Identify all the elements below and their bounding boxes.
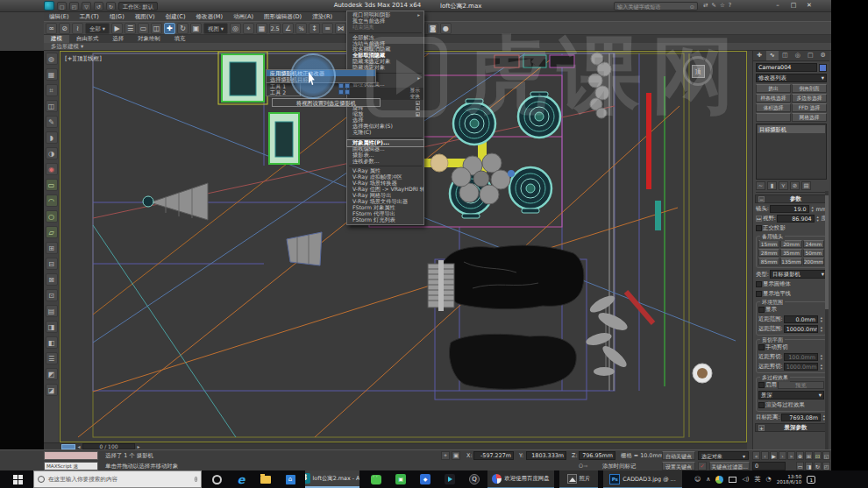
context-menu-item[interactable]: V-Ray 属性: [347, 168, 423, 174]
current-frame-input[interactable]: 0: [752, 462, 786, 470]
isolate-icon[interactable]: ⌖: [441, 451, 450, 460]
baidu-pan-button[interactable]: 欢迎使用百度网盘: [487, 470, 554, 488]
y-coordinate-input[interactable]: 1803.333m: [526, 451, 566, 460]
left-toolbar-icon[interactable]: ◠: [46, 194, 58, 207]
menu-item[interactable]: 创建(C): [160, 12, 191, 21]
effect-dropdown[interactable]: 景深▾: [758, 391, 824, 400]
left-toolbar-icon[interactable]: ◍: [46, 53, 58, 65]
modifier-button[interactable]: 多边形选择: [792, 94, 827, 103]
unlink-selection-icon[interactable]: ⊘: [59, 23, 70, 34]
time-next-icon[interactable]: ▸: [135, 443, 142, 449]
key-filters-button[interactable]: 关键点过滤器...: [709, 462, 750, 470]
zoom-region-icon[interactable]: ◱: [822, 451, 830, 460]
add-time-tag[interactable]: 添加时间标记: [602, 463, 636, 470]
select-object-icon[interactable]: ▶: [111, 23, 123, 34]
left-toolbar-icon[interactable]: ⌗: [46, 84, 58, 96]
stock-lens-button[interactable]: 24mm: [803, 240, 824, 248]
near-clip-spinner[interactable]: ▴▾: [819, 354, 824, 360]
window-crossing-icon[interactable]: ◫: [151, 23, 162, 34]
tab-utilities[interactable]: ⚙: [817, 51, 830, 60]
context-menu-item[interactable]: 选择: [347, 117, 423, 124]
modifier-button[interactable]: 网格选择: [792, 113, 827, 122]
dof-rollout-header[interactable]: +景深参数: [755, 423, 828, 432]
angle-snap-icon[interactable]: ∠: [282, 23, 294, 34]
fov-direction-icon[interactable]: ↔: [756, 216, 762, 222]
maxscript-mini-listener-input[interactable]: MAXScript 迷: [44, 462, 98, 470]
time-prev-icon[interactable]: ◂: [75, 443, 82, 449]
tab-motion[interactable]: ◎: [792, 51, 805, 60]
zoom-all-icon[interactable]: ⊞: [805, 451, 813, 460]
help-icon[interactable]: ?: [729, 2, 731, 9]
context-menu-item[interactable]: V-Ray 场景转换器: [347, 180, 423, 187]
edge-button[interactable]: e: [230, 470, 253, 488]
open-file-icon[interactable]: ◰: [69, 2, 79, 11]
fov-icon[interactable]: ▭: [796, 462, 804, 470]
context-menu-item[interactable]: 对象属性(P)...: [347, 140, 423, 146]
far-clip-spinner[interactable]: ▴▾: [819, 364, 824, 370]
ribbon-tab[interactable]: 建模: [44, 35, 69, 43]
modifier-stack[interactable]: 目标摄影机: [756, 124, 827, 180]
far-range-input[interactable]: 10000.0mm: [784, 325, 818, 333]
near-clip-input[interactable]: 100.0mm: [784, 353, 818, 361]
context-menu-item[interactable]: V-Ray 场景文件导出器: [347, 199, 423, 205]
display-icon[interactable]: [729, 477, 736, 483]
menu-item[interactable]: 工具(T): [75, 12, 104, 21]
workspace-dropdown[interactable]: 工作区: 默认: [118, 2, 158, 11]
named-selection-icon[interactable]: ≡: [322, 23, 333, 34]
pin-stack-icon[interactable]: ~: [756, 181, 765, 190]
modifier-button[interactable]: 挤出: [756, 84, 791, 93]
stock-lens-button[interactable]: 28mm: [758, 249, 779, 257]
context-menu-item[interactable]: 按名称取消隐藏: [347, 46, 423, 53]
context-menu-item[interactable]: [349, 31, 422, 33]
modifier-button[interactable]: 倒角剖面: [792, 84, 827, 93]
fov-spinner[interactable]: ▴▾: [815, 216, 821, 222]
left-toolbar-icon[interactable]: ▱: [46, 226, 58, 238]
undo-icon[interactable]: ↺: [94, 2, 103, 11]
lens-input[interactable]: 19.0: [770, 205, 809, 213]
configure-modifier-sets-icon[interactable]: ▤: [801, 181, 811, 190]
menu-item[interactable]: 修改器(M): [191, 12, 229, 21]
stock-lens-button[interactable]: 135mm: [780, 258, 801, 265]
stock-lens-button[interactable]: 20mm: [780, 240, 801, 248]
left-toolbar-icon[interactable]: ◩: [46, 368, 58, 380]
left-toolbar-icon[interactable]: ▭: [46, 179, 58, 191]
preview-button[interactable]: 预览: [778, 381, 824, 389]
show-cone-checkbox[interactable]: [756, 281, 762, 287]
select-and-manipulate-icon[interactable]: ⌖: [243, 23, 254, 34]
blue-app-button[interactable]: ◆: [414, 470, 437, 488]
select-and-move-icon[interactable]: ✚: [164, 23, 175, 34]
fov-input[interactable]: 86.904: [777, 215, 815, 223]
tray-chevron-icon[interactable]: ∧: [706, 476, 710, 483]
close-button[interactable]: ✕: [801, 0, 817, 11]
left-toolbar-icon[interactable]: ⊠: [46, 273, 58, 286]
object-color-swatch[interactable]: [819, 64, 827, 72]
previous-frame-button[interactable]: ‹: [761, 451, 769, 460]
notification-icon[interactable]: 1: [807, 476, 815, 484]
cortana-button[interactable]: [205, 470, 228, 488]
left-toolbar-icon[interactable]: ○: [46, 210, 58, 223]
left-toolbar-icon[interactable]: ◑: [46, 147, 58, 159]
context-menu-item[interactable]: FStorm 代理导出: [347, 211, 423, 217]
maximize-viewport-icon[interactable]: ◰: [822, 462, 830, 470]
left-toolbar-icon[interactable]: ◧: [46, 336, 58, 349]
stock-lens-button[interactable]: 50mm: [803, 249, 824, 257]
context-menu-item[interactable]: 全部解冻: [347, 35, 423, 41]
snaps-toggle-icon[interactable]: 2.5: [269, 23, 281, 34]
keytool-icon[interactable]: ✎: [711, 2, 715, 9]
selection-filter-dropdown[interactable]: 全部 ▾: [85, 23, 110, 34]
show-end-result-icon[interactable]: ▮: [767, 181, 777, 190]
menu-item[interactable]: 组(G): [104, 12, 130, 21]
taskbar-search-input[interactable]: 在这里输入你要搜索的内容: [33, 470, 202, 488]
set-keys-icon[interactable]: ✓: [698, 462, 707, 470]
enable-checkbox[interactable]: [758, 382, 765, 388]
context-menu-item[interactable]: 视口照明和阴影 ▸: [347, 12, 423, 18]
selection-set-dropdown[interactable]: 选定对象▾: [698, 451, 749, 460]
context-menu-item[interactable]: 连线参数...: [347, 159, 423, 165]
modifier-list-dropdown[interactable]: 修改器列表▾: [756, 74, 827, 82]
ribbon-tab[interactable]: 填充: [167, 35, 193, 43]
bind-to-spacewarp-icon[interactable]: ≀: [72, 23, 83, 34]
reference-coordinate-dropdown[interactable]: 视图 ▾: [203, 23, 228, 34]
env-show-checkbox[interactable]: [758, 307, 765, 313]
context-menu-item[interactable]: 冻结当前选择: [347, 41, 423, 47]
start-button[interactable]: [5, 470, 30, 488]
